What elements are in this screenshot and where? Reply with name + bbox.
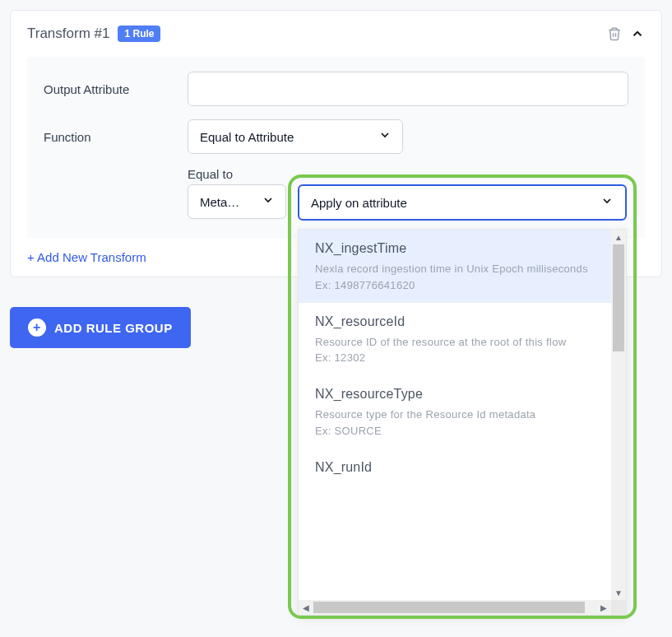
dropdown-item[interactable]: NX_resourceTypeResource type for the Res… — [299, 375, 611, 449]
vertical-scrollbar[interactable]: ▲ ▼ — [611, 230, 626, 600]
transform-panel: Transform #1 1 Rule Output Attribute Fun… — [10, 10, 662, 277]
trash-icon[interactable] — [607, 26, 622, 42]
apply-on-attribute-area: Apply on attribute NX_ingestTimeNexla re… — [298, 184, 627, 221]
panel-header: Transform #1 1 Rule — [27, 26, 645, 42]
output-attribute-row: Output Attribute — [44, 72, 628, 106]
plus-circle-icon: + — [28, 318, 46, 337]
dropdown-item-example: Ex: 1498776641620 — [315, 279, 598, 291]
apply-on-attribute-select[interactable]: Apply on attribute — [298, 184, 627, 221]
dropdown-item-name: NX_ingestTime — [315, 241, 598, 256]
panel-title: Transform #1 — [27, 26, 109, 42]
add-new-transform-link[interactable]: + Add New Transform — [27, 250, 146, 264]
dropdown-item-example: Ex: SOURCE — [315, 425, 598, 437]
dropdown-item-desc: Resource ID of the resource at the root … — [315, 334, 598, 351]
dropdown-item-name: NX_resourceId — [315, 314, 598, 329]
scroll-corner — [611, 600, 626, 615]
scroll-left-arrow-icon[interactable]: ◀ — [299, 600, 313, 615]
dropdown-list: NX_ingestTimeNexla record ingestion time… — [299, 230, 611, 600]
dropdown-item[interactable]: NX_runId — [299, 449, 611, 491]
dropdown-item-desc: Nexla record ingestion time in Unix Epoc… — [315, 261, 598, 277]
dropdown-item-name: NX_resourceType — [315, 387, 598, 402]
scroll-up-arrow-icon[interactable]: ▲ — [611, 230, 626, 244]
function-select[interactable]: Equal to Attribute — [188, 119, 403, 154]
dropdown-item-example: Ex: 12302 — [315, 351, 598, 364]
equal-to-select[interactable]: Meta… — [188, 184, 286, 219]
function-label: Function — [44, 130, 188, 144]
vertical-scroll-thumb[interactable] — [613, 244, 624, 351]
rule-count-badge: 1 Rule — [118, 26, 160, 42]
scroll-down-arrow-icon[interactable]: ▼ — [611, 585, 626, 600]
dropdown-item[interactable]: NX_resourceIdResource ID of the resource… — [299, 303, 611, 376]
scroll-right-arrow-icon[interactable]: ▶ — [596, 600, 611, 615]
horizontal-scrollbar[interactable]: ◀ ▶ — [299, 600, 626, 615]
equal-to-select-value: Meta… — [188, 184, 286, 219]
equal-to-label: Equal to — [188, 167, 628, 181]
apply-on-attribute-placeholder: Apply on attribute — [299, 186, 625, 219]
add-rule-group-button[interactable]: + ADD RULE GROUP — [10, 307, 191, 348]
transform-body: Output Attribute Function Equal to Attri… — [27, 57, 645, 239]
attribute-dropdown: NX_ingestTimeNexla record ingestion time… — [298, 229, 627, 616]
horizontal-scroll-thumb[interactable] — [313, 602, 585, 613]
dropdown-item-name: NX_runId — [315, 460, 598, 475]
function-row: Function Equal to Attribute — [44, 119, 628, 154]
dropdown-item-desc: Resource type for the Resource Id metada… — [315, 407, 598, 423]
output-attribute-input[interactable] — [188, 72, 628, 106]
equal-to-section: Equal to Meta… Apply on attribute — [188, 167, 628, 221]
output-attribute-label: Output Attribute — [44, 82, 188, 96]
dropdown-item[interactable]: NX_ingestTimeNexla record ingestion time… — [299, 230, 611, 303]
function-select-value: Equal to Attribute — [188, 119, 403, 154]
collapse-icon[interactable] — [630, 26, 645, 41]
add-rule-group-label: ADD RULE GROUP — [54, 321, 173, 335]
